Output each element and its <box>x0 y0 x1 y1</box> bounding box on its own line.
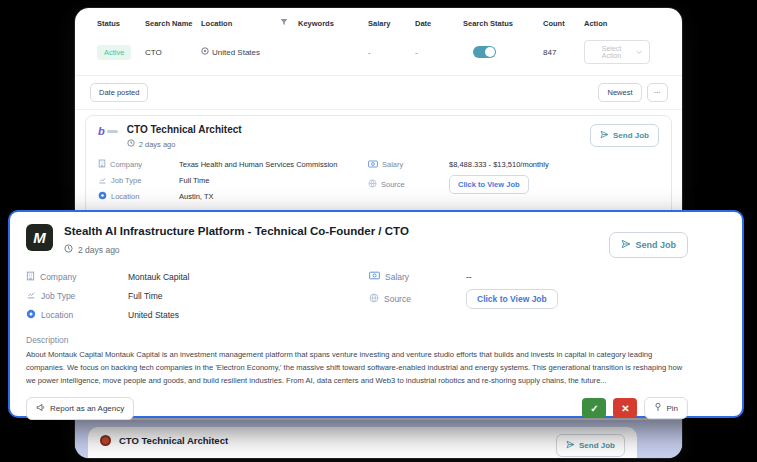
column-header-status: Status <box>97 19 145 28</box>
description-label: Description <box>26 335 688 345</box>
job-type-icon <box>98 176 107 186</box>
view-job-button[interactable]: Click to View Job <box>466 289 558 309</box>
job-type-value: Full Time <box>179 176 209 185</box>
location-value: United States <box>128 310 179 320</box>
location-cell: United States <box>201 47 298 57</box>
close-icon: ✕ <box>621 403 629 414</box>
column-header-date: Date <box>415 19 463 28</box>
location-value: Austin, TX <box>179 192 213 201</box>
salary-icon <box>369 271 380 282</box>
salary-icon <box>368 160 378 170</box>
source-globe-icon <box>369 293 379 305</box>
pin-button[interactable]: Pin <box>644 397 688 419</box>
job-type-icon <box>26 290 36 301</box>
job-detail-overlay: M Stealth AI Infrastructure Platform - T… <box>8 210 744 418</box>
source-globe-icon <box>368 179 377 190</box>
sort-newest-button[interactable]: Newest <box>598 83 641 102</box>
approve-button[interactable]: ✓ <box>582 398 606 418</box>
column-header-count: Count <box>543 19 584 28</box>
list-toolbar: Date posted Newest ⋯ <box>75 76 682 110</box>
check-icon: ✓ <box>590 403 598 414</box>
column-header-search-name: Search Name <box>145 19 201 28</box>
search-name-cell: CTO <box>145 48 201 57</box>
search-table-header: Status Search Name Location Keywords Sal… <box>75 8 682 33</box>
salary-value: -- <box>466 272 472 282</box>
pin-icon <box>654 402 662 414</box>
company-value: Montauk Capital <box>128 272 189 282</box>
salary-cell: - <box>368 48 415 57</box>
toggle-knob <box>485 47 495 57</box>
send-icon <box>600 130 609 141</box>
date-cell: - <box>415 48 463 57</box>
date-posted-button[interactable]: Date posted <box>90 83 148 102</box>
clock-icon <box>64 244 73 255</box>
job-title: CTO Technical Architect <box>119 435 228 446</box>
search-status-toggle[interactable] <box>473 46 496 58</box>
job-title: Stealth AI Infrastructure Platform - Tec… <box>64 224 422 239</box>
job-description: About Montauk Capital Montauk Capital is… <box>26 349 688 388</box>
send-icon <box>566 440 575 451</box>
send-icon <box>621 239 631 251</box>
company-value: Texas Health and Human Services Commissi… <box>179 160 337 169</box>
select-action-dropdown[interactable]: Select Action <box>584 40 650 64</box>
send-job-button[interactable]: Send Job <box>590 124 659 147</box>
column-header-keywords: Keywords <box>298 19 368 28</box>
job-type-value: Full Time <box>128 291 162 301</box>
more-options-button[interactable]: ⋯ <box>647 83 669 102</box>
send-job-button[interactable]: Send Job <box>556 434 625 457</box>
reject-button[interactable]: ✕ <box>613 398 637 418</box>
company-logo: M <box>26 224 53 251</box>
company-logo <box>100 435 111 446</box>
company-icon <box>98 159 106 170</box>
location-pin-icon <box>98 191 107 202</box>
location-pin-icon <box>26 309 36 321</box>
list-backdrop: CTO Technical Architect Send Job <box>75 420 682 458</box>
location-target-icon <box>201 47 209 57</box>
search-table-row: Active CTO United States - - 847 Select … <box>75 33 682 76</box>
status-badge: Active <box>97 45 131 60</box>
posted-time: 2 days ago <box>127 139 242 149</box>
company-logo: b <box>98 125 118 137</box>
filter-funnel-icon[interactable] <box>280 18 288 28</box>
column-header-action: Action <box>584 19 650 28</box>
count-cell: 847 <box>543 48 584 57</box>
report-agency-button[interactable]: Report as an Agency <box>26 397 134 420</box>
column-header-search-status: Search Status <box>463 19 543 28</box>
posted-time: 2 days ago <box>64 244 422 255</box>
job-title: CTO Technical Architect <box>127 124 242 135</box>
company-icon <box>26 271 35 283</box>
job-card-bottom[interactable]: CTO Technical Architect Send Job <box>88 427 637 458</box>
column-header-salary: Salary <box>368 19 415 28</box>
column-header-location: Location <box>201 18 298 28</box>
view-job-button[interactable]: Click to View Job <box>449 175 529 194</box>
salary-value: $8,488.333 - $13,510/monthly <box>449 160 549 169</box>
chevron-down-icon <box>636 49 642 56</box>
send-job-button[interactable]: Send Job <box>609 232 688 258</box>
clock-icon <box>127 139 135 149</box>
megaphone-icon <box>36 403 45 414</box>
